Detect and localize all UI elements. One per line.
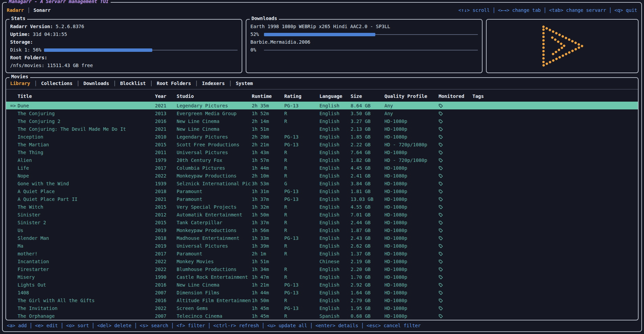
table-row[interactable]: Alien 1979 20th Century Fox 1h 57m R Eng…: [6, 156, 638, 164]
table-row[interactable]: Ma 2019 Universal Pictures 1h 39m R Engl…: [6, 242, 638, 250]
table-row[interactable]: mother! 2017 Paramount 2h 1m R English 1…: [6, 250, 638, 257]
table-row[interactable]: Slender Man 2018 Madhouse Entertainment …: [6, 234, 638, 242]
hint-separator: │: [208, 323, 210, 329]
cell-size: 13.03 GB: [351, 196, 384, 202]
cell-quality: HD-1080p: [384, 267, 439, 272]
table-row[interactable]: => Dune 2021 Legendary Pictures 2h 35m P…: [6, 102, 638, 109]
tab-root-folders[interactable]: Root Folders: [157, 81, 191, 86]
tab-downloads[interactable]: Downloads: [84, 81, 109, 86]
cell-studio: Selznick International Pic: [177, 181, 252, 186]
cell-title: The Orphanage: [18, 313, 155, 319]
hint-change-tab: <←→> change tab: [498, 7, 541, 13]
tab-library[interactable]: Library: [10, 81, 30, 86]
tab-collections[interactable]: Collections: [41, 81, 72, 86]
table-row[interactable]: A Quiet Place Part II 2021 Paramount 1h …: [6, 195, 638, 203]
cell-year: 2016: [155, 298, 177, 303]
cell-language: English: [319, 196, 351, 202]
cell-language: English: [319, 274, 351, 280]
table-row[interactable]: Lights Out 2016 New Line Cinema 1h 21m P…: [6, 281, 638, 289]
table-row[interactable]: The Martian 2015 Scott Free Productions …: [6, 141, 638, 148]
download-progress-bar: [264, 30, 478, 38]
cell-runtime: 1h 51m: [252, 126, 284, 132]
cell-size: 1.95 GB: [351, 306, 384, 311]
table-row[interactable]: Life 2017 Columbia Pictures 1h 44m R Eng…: [6, 164, 638, 172]
cell-quality: HD-1080p: [384, 228, 439, 233]
downloads-panel-title: Downloads: [250, 16, 279, 21]
hint-label: change tab: [512, 7, 541, 13]
table-row[interactable]: Sinister 2012 Automatik Entertainment 1h…: [6, 211, 638, 218]
table-row[interactable]: Us 2019 Monkeypaw Productions 1h 56m R E…: [6, 226, 638, 234]
tab-indexers[interactable]: Indexers: [202, 81, 225, 86]
cell-studio: Very Special Projects: [177, 204, 252, 210]
cell-monitored: [439, 111, 472, 116]
column-header-title: Title: [18, 93, 155, 99]
hint-separator: │: [543, 7, 546, 13]
cell-language: English: [319, 243, 351, 249]
cell-title: Incantation: [18, 259, 155, 264]
servarr-tab-radarr[interactable]: Radarr: [7, 7, 24, 13]
hint-edit: <e> edit: [35, 323, 58, 329]
cell-rating: R: [284, 228, 319, 233]
table-row[interactable]: The Witch 2015 Very Special Projects 1h …: [6, 203, 638, 211]
cell-language: English: [319, 204, 351, 210]
table-row[interactable]: Firestarter 2022 Blumhouse Productions 1…: [6, 265, 638, 273]
cell-quality: HD-1080p: [384, 259, 439, 264]
table-row[interactable]: The Orphanage 2007 Telecinco Cinema 1h 4…: [6, 312, 638, 320]
tag-icon: [439, 182, 443, 186]
table-row[interactable]: The Invitation 2022 Screen Gems 1h 45m P…: [6, 304, 638, 312]
table-row[interactable]: Nope 2022 Monkeypaw Productions 2h 10m R…: [6, 172, 638, 180]
tag-icon: [439, 275, 443, 279]
tag-icon: [439, 298, 443, 303]
hint-separator: │: [61, 323, 63, 329]
cell-rating: R: [284, 220, 319, 225]
tab-system[interactable]: System: [236, 81, 253, 86]
hint-key: <ctrl-r>: [213, 323, 236, 328]
disk-usage-fill: [44, 48, 152, 52]
cell-rating: R: [284, 212, 319, 217]
cell-title: Inception: [18, 134, 155, 140]
cell-language: English: [319, 228, 351, 233]
cell-studio: Automatik Entertainment: [177, 212, 252, 217]
cell-rating: R: [284, 119, 319, 124]
cell-monitored: [439, 165, 472, 171]
cell-studio: Legendary Pictures: [177, 103, 252, 108]
cell-quality: HD-1080p: [384, 173, 439, 179]
table-row[interactable]: Misery 1990 Castle Rock Entertainment 1h…: [6, 273, 638, 281]
stats-storage-line: Storage:: [10, 38, 238, 46]
cell-quality: HD-1080p: [384, 196, 439, 202]
cell-title: A Quiet Place Part II: [18, 196, 155, 202]
table-row[interactable]: 1408 2007 Dimension Films 1h 44m PG-13 E…: [6, 289, 638, 296]
stats-version-line: Radarr Version: 5.2.6.8376: [10, 23, 238, 30]
cell-size: 1.85 GB: [351, 134, 384, 140]
table-row[interactable]: Incantation 2022 Monkey Movies 1h 51m Ch…: [6, 257, 638, 265]
hint-search: <s> search: [140, 323, 168, 329]
table-row[interactable]: The Thing 2011 Universal Pictures 1h 43m…: [6, 148, 638, 156]
table-row[interactable]: The Conjuring 2013 Evergreen Media Group…: [6, 109, 638, 117]
table-row[interactable]: Gone with the Wind 1939 Selznick Interna…: [6, 180, 638, 187]
column-header-size: Size: [351, 93, 384, 99]
table-row[interactable]: Sinister 2 2015 Tank Caterpillar 1h 37m …: [6, 218, 638, 226]
cell-title: The Thing: [18, 150, 155, 155]
cell-year: 2017: [155, 165, 177, 171]
tag-icon: [439, 244, 443, 248]
cell-quality: HD-1080p: [384, 313, 439, 319]
cell-year: 2015: [155, 204, 177, 210]
table-row[interactable]: The Conjuring 2 2016 New Line Cinema 2h …: [6, 117, 638, 125]
tag-icon: [439, 174, 443, 178]
hint-label: update all: [279, 323, 307, 328]
table-row[interactable]: The Conjuring: The Devil Made Me Do It 2…: [6, 125, 638, 133]
table-row[interactable]: The Girl with All the Gifts 2016 Altitud…: [6, 296, 638, 304]
cell-rating: PG-13: [284, 235, 319, 241]
tab-separator: │: [34, 81, 37, 86]
cell-year: 2022: [155, 259, 177, 264]
table-row[interactable]: Inception 2010 Legendary Pictures 2h 28m…: [6, 133, 638, 141]
cell-runtime: 2h 1m: [252, 251, 284, 256]
cell-language: English: [319, 142, 351, 147]
tab-blocklist[interactable]: Blocklist: [120, 81, 146, 86]
hint-filter: <f> filter: [177, 323, 205, 329]
cell-runtime: 1h 44m: [252, 290, 284, 295]
tag-icon: [439, 221, 443, 225]
table-row[interactable]: A Quiet Place 2018 Paramount 1h 31m PG-1…: [6, 187, 638, 195]
cell-monitored: [439, 274, 472, 280]
servarr-tab-sonarr[interactable]: Sonarr: [34, 7, 51, 13]
